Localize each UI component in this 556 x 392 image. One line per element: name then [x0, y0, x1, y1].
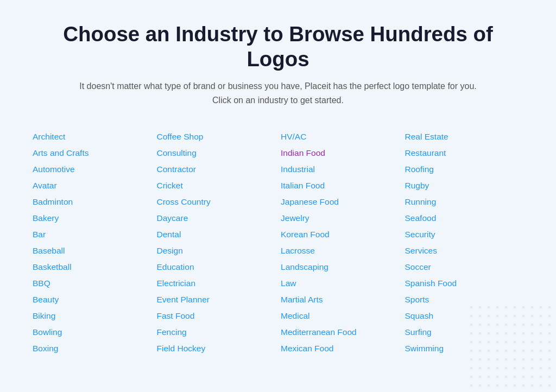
industry-link[interactable]: Sports [405, 292, 524, 308]
industry-link[interactable]: Squash [405, 308, 524, 324]
industry-link[interactable]: Rugby [405, 178, 524, 194]
industry-link[interactable]: Restaurant [405, 145, 524, 161]
industry-link[interactable]: Mediterranean Food [281, 324, 400, 340]
industry-link[interactable]: Biking [33, 308, 151, 324]
industry-column-1: Coffee ShopConsultingContractorCricketCr… [157, 129, 276, 357]
industry-link[interactable]: Law [281, 275, 400, 292]
industry-link[interactable]: Roofing [405, 161, 524, 178]
industry-column-2: HV/ACIndian FoodIndustrialItalian FoodJa… [281, 129, 400, 357]
industry-link[interactable]: Badminton [33, 194, 151, 210]
industry-link[interactable]: Surfing [405, 324, 524, 340]
industry-link[interactable]: Landscaping [281, 259, 400, 275]
industry-link[interactable]: Architect [33, 129, 151, 145]
industry-link[interactable]: HV/AC [281, 129, 400, 145]
industry-link[interactable]: Security [405, 226, 524, 243]
industry-link[interactable]: Korean Food [281, 226, 400, 243]
industry-link[interactable]: Swimming [405, 340, 524, 357]
industry-link[interactable]: Martial Arts [281, 292, 400, 308]
industry-link[interactable]: Running [405, 194, 524, 210]
industry-link[interactable]: BBQ [33, 275, 151, 292]
industry-link[interactable]: Consulting [157, 145, 276, 161]
industry-link[interactable]: Jewelry [281, 210, 400, 226]
industry-link[interactable]: Fencing [157, 324, 276, 340]
industry-link[interactable]: Seafood [405, 210, 524, 226]
industry-link[interactable]: Automotive [33, 161, 151, 178]
industry-link[interactable]: Bowling [33, 324, 151, 340]
industry-link[interactable]: Basketball [33, 259, 151, 275]
industry-link[interactable]: Soccer [405, 259, 524, 275]
industry-link[interactable]: Education [157, 259, 276, 275]
industry-column-0: ArchitectArts and CraftsAutomotiveAvatar… [33, 129, 151, 357]
industry-link[interactable]: Bar [33, 226, 151, 243]
industry-link[interactable]: Medical [281, 308, 400, 324]
industry-link[interactable]: Electrician [157, 275, 276, 292]
industry-link[interactable]: Cross Country [157, 194, 276, 210]
industry-link[interactable]: Field Hockey [157, 340, 276, 357]
industry-link[interactable]: Dental [157, 226, 276, 243]
industry-link[interactable]: Bakery [33, 210, 151, 226]
page-title: Choose an Industry to Browse Hundreds of… [33, 22, 523, 72]
industry-link[interactable]: Contractor [157, 161, 276, 178]
industry-column-3: Real EstateRestaurantRoofingRugbyRunning… [405, 129, 524, 357]
industry-link[interactable]: Arts and Crafts [33, 145, 151, 161]
industry-link[interactable]: Mexican Food [281, 340, 400, 357]
page-header: Choose an Industry to Browse Hundreds of… [33, 22, 523, 107]
industry-link[interactable]: Spanish Food [405, 275, 524, 292]
industry-link[interactable]: Fast Food [157, 308, 276, 324]
industry-link[interactable]: Avatar [33, 178, 151, 194]
industry-link[interactable]: Baseball [33, 243, 151, 259]
industry-link[interactable]: Event Planner [157, 292, 276, 308]
subtitle-line1: It doesn't matter what type of brand or … [79, 81, 476, 91]
industry-link[interactable]: Industrial [281, 161, 400, 178]
industry-link[interactable]: Lacrosse [281, 243, 400, 259]
industry-link[interactable]: Boxing [33, 340, 151, 357]
page-subtitle: It doesn't matter what type of brand or … [33, 79, 523, 107]
industry-link[interactable]: Services [405, 243, 524, 259]
industry-link[interactable]: Cricket [157, 178, 276, 194]
industry-link[interactable]: Coffee Shop [157, 129, 276, 145]
industry-link[interactable]: Real Estate [405, 129, 524, 145]
industry-link[interactable]: Design [157, 243, 276, 259]
industry-link[interactable]: Daycare [157, 210, 276, 226]
industry-link[interactable]: Indian Food [281, 145, 400, 161]
industry-link[interactable]: Beauty [33, 292, 151, 308]
industry-link[interactable]: Japanese Food [281, 194, 400, 210]
subtitle-line2: Click on an industry to get started. [212, 96, 344, 105]
industry-link[interactable]: Italian Food [281, 178, 400, 194]
industry-grid: ArchitectArts and CraftsAutomotiveAvatar… [33, 129, 523, 357]
